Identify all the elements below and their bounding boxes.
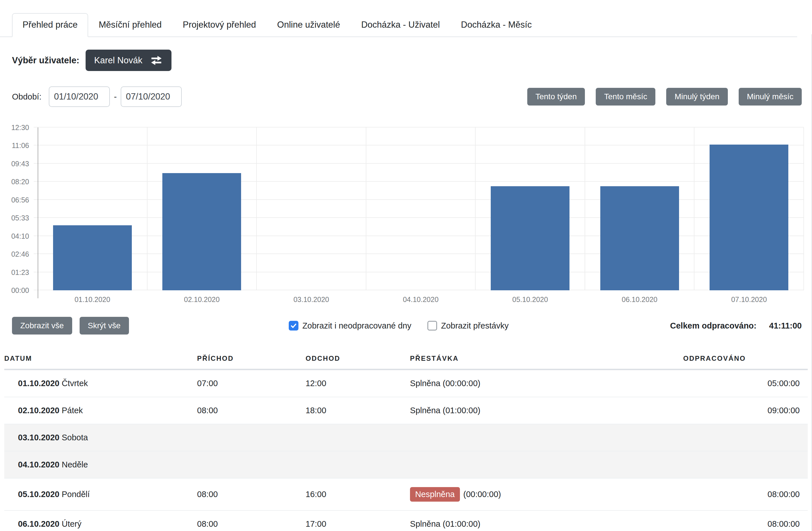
header-odchod: ODCHOD (306, 346, 410, 370)
this-week-button[interactable]: Tento týden (527, 88, 585, 105)
bar-05.10.2020[interactable] (491, 186, 569, 290)
row-date: 03.10.2020 (18, 433, 59, 442)
cell-odchod (306, 451, 410, 478)
period-from-input[interactable] (49, 86, 110, 107)
tab-dochazka-mesic[interactable]: Docházka - Měsíc (450, 13, 542, 37)
cell-datum: 01.10.2020 Čtvrtek (4, 370, 197, 397)
cell-prestavka: Nesplněna(00:00:00) (410, 478, 683, 511)
y-gridline (34, 127, 804, 128)
header-datum: DATUM (4, 346, 197, 370)
cell-prichod: 07:00 (197, 370, 306, 397)
cell-prichod (197, 451, 306, 478)
cell-odchod (306, 424, 410, 451)
x-axis-label: 06.10.2020 (585, 295, 694, 304)
bar-06.10.2020[interactable] (600, 186, 679, 290)
show-all-button[interactable]: Zobrazit vše (12, 317, 72, 335)
cell-odchod: 18:00 (306, 397, 410, 424)
last-week-button[interactable]: Minulý týden (666, 88, 727, 105)
period-to-input[interactable] (121, 86, 182, 107)
y-gridline (34, 145, 804, 145)
row-date: 06.10.2020 (18, 519, 59, 528)
cell-datum: 05.10.2020 Pondělí (4, 478, 197, 511)
y-gridline (34, 200, 804, 200)
cell-prichod: 08:00 (197, 511, 306, 531)
checkbox-label: Zobrazit přestávky (441, 321, 509, 330)
cell-datum: 06.10.2020 Úterý (4, 511, 197, 531)
cell-prichod (197, 424, 306, 451)
row-date: 02.10.2020 (18, 406, 59, 415)
y-axis-tick: 05:33 (0, 214, 29, 222)
y-axis-tick: 06:56 (0, 196, 29, 204)
show-nonworked-days-checkbox[interactable]: Zobrazit i neodpracované dny (289, 321, 411, 330)
x-axis-label: 02.10.2020 (147, 295, 257, 304)
show-breaks-checkbox[interactable]: Zobrazit přestávky (427, 321, 509, 330)
checkbox-unchecked-icon (427, 321, 437, 330)
x-gridline (475, 128, 476, 290)
bar-07.10.2020[interactable] (710, 145, 788, 290)
y-axis-tick: 08:20 (0, 178, 29, 186)
cell-prestavka: Splněna (00:00:00) (410, 370, 683, 397)
cell-odpracovano (683, 451, 808, 478)
table-row: 02.10.2020 Pátek08:0018:00Splněna (01:00… (4, 397, 808, 424)
swap-arrows-icon (150, 55, 163, 65)
row-date: 01.10.2020 (18, 379, 59, 388)
cell-prichod: 08:00 (197, 397, 306, 424)
y-gridline (34, 217, 804, 218)
y-axis-tick: 11:06 (0, 142, 29, 150)
user-selector-label: Výběr uživatele: (12, 55, 79, 65)
x-axis-label: 07.10.2020 (694, 295, 804, 304)
tab-dochazka-uzivatel[interactable]: Docházka - Uživatel (351, 13, 450, 37)
y-axis-tick: 02:46 (0, 250, 29, 259)
cell-odpracovano: 09:00:00 (683, 397, 808, 424)
total-worked-value: 41:11:00 (769, 321, 802, 330)
row-date: 04.10.2020 (18, 460, 59, 469)
table-body: 01.10.2020 Čtvrtek07:0012:00Splněna (00:… (4, 370, 808, 531)
header-odpracovano: ODPRACOVÁNO (683, 346, 808, 370)
table-row: 05.10.2020 Pondělí08:0016:00Nesplněna(00… (4, 478, 808, 511)
table-toolbar: Zobrazit vše Skrýt vše Zobrazit i neodpr… (12, 317, 802, 335)
cell-odchod: 12:00 (306, 370, 410, 397)
user-select-button[interactable]: Karel Novák (86, 49, 172, 71)
cell-prestavka (410, 451, 683, 478)
tab-mesicni-prehled[interactable]: Měsíční přehled (88, 13, 172, 37)
cell-prestavka (410, 424, 683, 451)
x-gridline (584, 128, 585, 290)
row-date: 05.10.2020 (18, 490, 59, 499)
cell-odchod: 17:00 (306, 511, 410, 531)
y-axis-line (38, 128, 38, 298)
tab-bar: Přehled práce Měsíční přehled Projektový… (0, 0, 797, 37)
y-axis-tick: 04:10 (0, 232, 29, 240)
x-gridline (147, 128, 147, 290)
x-axis-label: 05.10.2020 (475, 295, 585, 304)
y-axis-tick: 09:43 (0, 160, 29, 168)
last-month-button[interactable]: Minulý měsíc (739, 88, 802, 105)
table-row: 04.10.2020 Neděle (4, 451, 808, 478)
selected-user-name: Karel Novák (94, 55, 142, 65)
y-gridline (34, 236, 804, 236)
y-gridline (34, 163, 804, 164)
x-gridline (366, 128, 366, 290)
y-gridline (34, 290, 804, 290)
period-separator: - (114, 92, 117, 102)
cell-odpracovano (683, 424, 808, 451)
cell-odpracovano: 05:00:00 (683, 370, 808, 397)
tab-online-uzivatele[interactable]: Online uživatelé (266, 13, 351, 37)
checkbox-checked-icon (289, 321, 299, 330)
x-gridline (803, 128, 804, 290)
y-gridline (34, 181, 804, 182)
table-row: 03.10.2020 Sobota (4, 424, 808, 451)
cell-odpracovano: 08:00:00 (683, 511, 808, 531)
worked-hours-bar-chart: 00:0001:2302:4604:1005:3306:5608:2009:43… (38, 128, 804, 290)
tab-prehled-prace[interactable]: Přehled práce (12, 13, 88, 37)
table-row: 06.10.2020 Úterý08:0017:00Splněna (01:00… (4, 511, 808, 531)
bar-01.10.2020[interactable] (53, 225, 132, 290)
bar-02.10.2020[interactable] (162, 173, 241, 290)
table-row: 01.10.2020 Čtvrtek07:0012:00Splněna (00:… (4, 370, 808, 397)
x-axis-label: 04.10.2020 (366, 295, 476, 304)
this-month-button[interactable]: Tento měsíc (596, 88, 655, 105)
tab-projektovy-prehled[interactable]: Projektový přehled (172, 13, 267, 37)
total-worked-label: Celkem odpracováno: (670, 321, 757, 330)
cell-datum: 04.10.2020 Neděle (4, 451, 197, 478)
hide-all-button[interactable]: Skrýt vše (79, 317, 129, 335)
break-status-badge: Nesplněna (410, 487, 460, 502)
